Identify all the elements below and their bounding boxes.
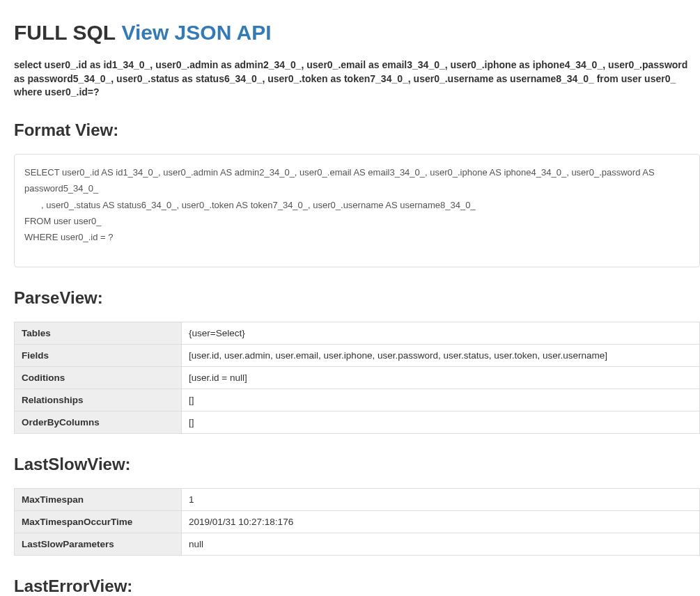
- row-value: []: [182, 389, 700, 411]
- row-value: {user=Select}: [182, 322, 700, 344]
- format-sql-line: WHERE user0_.id = ?: [24, 229, 690, 245]
- table-row: MaxTimespanOccurTime2019/01/31 10:27:18:…: [15, 510, 700, 533]
- format-view-heading: Format View:: [14, 120, 700, 140]
- table-row: Relationships[]: [15, 389, 700, 411]
- row-key: MaxTimespanOccurTime: [15, 510, 182, 533]
- row-value: null: [182, 533, 700, 555]
- row-key: Fields: [15, 344, 182, 366]
- row-value: 1: [182, 488, 700, 510]
- parse-view-table: Tables{user=Select}Fields[user.id, user.…: [14, 322, 700, 434]
- table-row: Coditions[user.id = null]: [15, 366, 700, 389]
- row-value: [user.id = null]: [182, 366, 700, 389]
- last-slow-view-heading: LastSlowView:: [14, 455, 700, 474]
- title-text: FULL SQL: [14, 21, 116, 44]
- row-value: []: [182, 411, 700, 433]
- raw-sql-block: select user0_.id as id1_34_0_, user0_.ad…: [14, 58, 700, 100]
- row-key: Tables: [15, 322, 182, 344]
- table-row: MaxTimespan1: [15, 488, 700, 510]
- last-slow-view-table: MaxTimespan1MaxTimespanOccurTime2019/01/…: [14, 488, 700, 556]
- last-error-view-heading: LastErrorView:: [14, 577, 700, 596]
- row-key: Coditions: [15, 366, 182, 389]
- page-title: FULL SQL View JSON API: [14, 21, 700, 45]
- format-sql-line: SELECT user0_.id AS id1_34_0_, user0_.ad…: [24, 164, 690, 197]
- row-key: Relationships: [15, 389, 182, 411]
- format-view-well: SELECT user0_.id AS id1_34_0_, user0_.ad…: [14, 154, 700, 267]
- table-row: LastSlowParametersnull: [15, 533, 700, 555]
- parse-view-heading: ParseView:: [14, 288, 700, 308]
- table-row: OrderByColumns[]: [15, 411, 700, 433]
- row-value: 2019/01/31 10:27:18:176: [182, 510, 700, 533]
- row-key: LastSlowParameters: [15, 533, 182, 555]
- table-row: Fields[user.id, user.admin, user.email, …: [15, 344, 700, 366]
- row-key: OrderByColumns: [15, 411, 182, 433]
- format-sql-line: , user0_.status AS status6_34_0_, user0_…: [24, 197, 690, 213]
- row-key: MaxTimespan: [15, 488, 182, 510]
- row-value: [user.id, user.admin, user.email, user.i…: [182, 344, 700, 366]
- table-row: Tables{user=Select}: [15, 322, 700, 344]
- format-sql-line: FROM user user0_: [24, 213, 690, 229]
- view-json-api-link[interactable]: View JSON API: [121, 21, 271, 44]
